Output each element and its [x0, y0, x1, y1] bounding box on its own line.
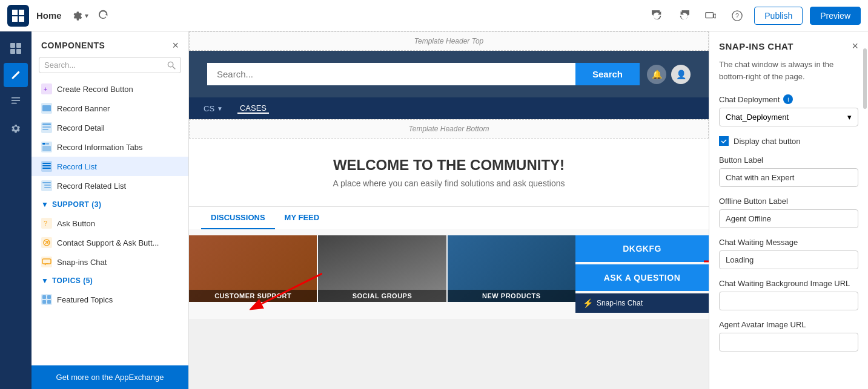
svg-rect-11	[16, 49, 21, 54]
comp-item-label: Record Banner	[57, 104, 110, 113]
svg-rect-32	[42, 168, 51, 169]
gear-dropdown[interactable]: ▾	[71, 10, 88, 21]
comp-item-record-related-list[interactable]: Record Related List	[31, 176, 188, 195]
components-list: + Create Record Button Record Banner Rec…	[31, 79, 188, 389]
svg-rect-13	[12, 100, 20, 101]
svg-text:?: ?	[735, 11, 739, 19]
chat-waiting-bg-field: Chat Waiting Background Image URL	[709, 274, 868, 315]
comp-item-label: Contact Support & Ask Butt...	[57, 238, 159, 247]
ask-question-button[interactable]: ASK A QUESTION	[575, 264, 709, 291]
comp-item-contact-support[interactable]: Contact Support & Ask Butt...	[31, 233, 188, 252]
search-icon	[167, 61, 176, 70]
content-images: CUSTOMER SUPPORT SOCIAL GROUPS NEW PRODU…	[189, 229, 575, 319]
svg-point-15	[168, 62, 173, 67]
button-label-input[interactable]	[719, 168, 858, 187]
comp-item-create-record-button[interactable]: + Create Record Button	[31, 79, 188, 99]
snap-ins-description: The chat window is always in the bottom-…	[709, 59, 868, 90]
info-icon[interactable]: i	[783, 94, 793, 104]
page-title: Home	[36, 10, 62, 21]
comp-item-featured-topics[interactable]: Featured Topics	[31, 290, 188, 309]
scrollbar-indicator[interactable]	[863, 48, 867, 109]
template-header-bottom: Template Header Bottom	[189, 119, 709, 139]
chat-deployment-field: Chat Deployment i Chat_Deployment ▾	[709, 90, 868, 131]
redo-button[interactable]	[674, 6, 694, 25]
svg-line-16	[173, 67, 175, 69]
svg-rect-28	[42, 146, 51, 151]
search-button[interactable]: Search	[575, 63, 640, 85]
topics-section-header[interactable]: ▼ TOPICS (5)	[31, 272, 188, 290]
comp-item-icon	[41, 180, 52, 191]
comp-item-label: Record Detail	[57, 123, 105, 132]
components-close-button[interactable]: ×	[172, 40, 179, 51]
svg-rect-47	[47, 300, 51, 304]
preview-button[interactable]: Preview	[810, 7, 861, 25]
appexchange-button[interactable]: Get more on the AppExchange	[31, 365, 188, 389]
support-section-header[interactable]: ▼ SUPPORT (3)	[31, 195, 188, 214]
image-label: CUSTOMER SUPPORT	[189, 290, 317, 302]
chat-deployment-select[interactable]: Chat_Deployment ▾	[719, 108, 858, 126]
button-label-label: Button Label	[719, 155, 858, 165]
svg-rect-9	[16, 43, 21, 48]
user-avatar[interactable]: 👤	[671, 65, 691, 84]
display-chat-button-checkbox[interactable]	[719, 136, 729, 146]
components-panel: COMPONENTS × + Create Record Button Reco…	[31, 31, 189, 389]
svg-rect-4	[706, 12, 714, 18]
chat-deployment-label: Chat Deployment i	[719, 94, 858, 104]
svg-text:+: +	[44, 85, 47, 93]
comp-item-icon: +	[41, 83, 52, 94]
sidebar-icon-pages[interactable]	[4, 90, 28, 114]
comp-item-icon	[41, 257, 52, 267]
comp-item-icon	[41, 294, 52, 305]
undo-button[interactable]	[648, 6, 667, 25]
image-new-products: NEW PRODUCTS	[448, 235, 575, 302]
offline-button-label-input[interactable]	[719, 209, 858, 228]
help-button[interactable]: ?	[727, 6, 747, 25]
nav-bar: CS ▼ CASES	[189, 97, 709, 119]
components-search-input[interactable]	[44, 60, 164, 70]
sidebar-icons	[0, 31, 31, 389]
search-input-wrapper[interactable]	[207, 63, 575, 85]
feed-tab-myfeed[interactable]: MY FEED	[275, 207, 330, 229]
comp-item-ask-button[interactable]: ? Ask Button	[31, 214, 188, 233]
nav-item-cases[interactable]: CASES	[237, 103, 269, 114]
nav-item-cs[interactable]: CS ▼	[201, 104, 225, 113]
svg-rect-26	[42, 143, 45, 145]
snap-ins-close-button[interactable]: ×	[852, 40, 858, 53]
comp-item-record-list[interactable]: Record List	[31, 157, 188, 176]
agent-avatar-input[interactable]	[719, 333, 858, 351]
search-input[interactable]	[207, 63, 575, 85]
snap-ins-header: SNAP-INS CHAT ×	[709, 31, 868, 59]
publish-button[interactable]: Publish	[754, 7, 803, 25]
chat-waiting-message-input[interactable]	[719, 250, 858, 269]
feed-tabs: DISCUSSIONS MY FEED	[189, 206, 709, 229]
sidebar-icon-components[interactable]	[4, 36, 28, 60]
snap-ins-title: SNAP-INS CHAT	[719, 41, 793, 51]
sidebar-icon-edit[interactable]	[4, 63, 28, 87]
comp-item-record-banner[interactable]: Record Banner	[31, 99, 188, 118]
sidebar-icon-settings[interactable]	[4, 116, 28, 140]
comp-item-label: Featured Topics	[57, 295, 113, 304]
svg-rect-12	[12, 97, 20, 99]
device-toggle-button[interactable]	[701, 6, 720, 25]
offline-button-label-label: Offline Button Label	[719, 197, 858, 206]
community-content: WELCOME TO THE COMMUNITY! A place where …	[189, 139, 709, 206]
refresh-button[interactable]	[98, 9, 109, 22]
comp-item-record-detail[interactable]: Record Detail	[31, 118, 188, 137]
notification-icon[interactable]: 🔔	[647, 65, 666, 84]
comp-item-label: Snap-ins Chat	[57, 258, 107, 267]
chat-waiting-bg-input[interactable]	[719, 292, 858, 310]
dkgkfg-button[interactable]: DKGKFG	[575, 235, 709, 262]
svg-rect-24	[42, 129, 48, 130]
top-bar-actions: ? Publish Preview	[648, 6, 861, 25]
chat-waiting-bg-label: Chat Waiting Background Image URL	[719, 279, 858, 288]
comp-item-record-info-tabs[interactable]: Record Information Tabs	[31, 137, 188, 157]
chat-waiting-message-label: Chat Waiting Message	[719, 238, 858, 247]
display-chat-button-row: Display chat button	[709, 131, 868, 151]
comp-item-snap-ins-chat[interactable]: Snap-ins Chat	[31, 252, 188, 272]
template-header-top: Template Header Top	[189, 31, 709, 51]
display-chat-button-label: Display chat button	[734, 137, 801, 146]
dropdown-arrow: ▾	[847, 113, 852, 122]
svg-rect-36	[44, 187, 51, 188]
feed-tab-discussions[interactable]: DISCUSSIONS	[201, 207, 275, 229]
snap-ins-footer: ⚡ Snap-ins Chat	[575, 293, 709, 313]
